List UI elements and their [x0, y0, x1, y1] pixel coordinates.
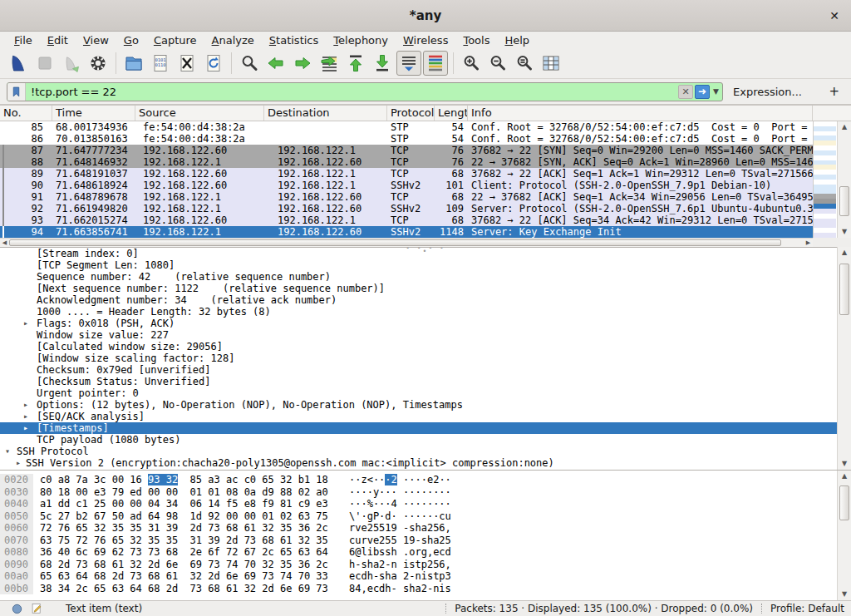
save-file-button[interactable]: 01010110	[148, 51, 173, 76]
hex-ascii[interactable]: ···%···4 ········	[349, 498, 451, 510]
hex-row-0080[interactable]: 008036 40 6c 69 62 73 73 68 2e 6f 72 67 …	[0, 546, 851, 559]
collapsed-icon[interactable]: ▸	[23, 422, 28, 434]
packet-row-86[interactable]: 8670.013850163fe:54:00:d4:38:2aSTP54Conf…	[0, 133, 813, 145]
hex-row-0050[interactable]: 00505c 27 b2 67 50 ad 64 98 1d 92 00 00 …	[0, 510, 851, 523]
restart-capture-button[interactable]	[59, 51, 84, 76]
column-header-info[interactable]: Info	[468, 106, 813, 121]
capture-options-button[interactable]	[86, 51, 111, 76]
scroll-down-icon[interactable]: ▼	[838, 589, 851, 600]
detail-line[interactable]: [Window size scaling factor: 128]	[0, 352, 837, 364]
column-header-source[interactable]: Source	[135, 106, 264, 121]
hex-ascii[interactable]: 6@libssh .org,ecd	[349, 546, 451, 559]
hex-ascii[interactable]: 84,ecdh- sha2-nis	[349, 583, 451, 595]
bytes-vscrollbar[interactable]: ▲ ▼	[837, 471, 851, 600]
detail-line[interactable]: Acknowledgment number: 34 (relative ack …	[0, 294, 837, 306]
packet-row-93[interactable]: 9371.662015274192.168.122.60192.168.122.…	[0, 214, 813, 226]
packet-row-85[interactable]: 8568.001734936fe:54:00:d4:38:2aSTP54Conf…	[0, 121, 813, 133]
collapsed-icon[interactable]: ▸	[16, 457, 21, 469]
detail-line[interactable]: [Calculated window size: 29056]	[0, 341, 837, 352]
hex-row-0070[interactable]: 007063 75 72 76 65 32 35 35 31 39 2d 73 …	[0, 535, 851, 547]
packet-list-hscrollbar[interactable]: ◀ ▶	[0, 238, 813, 247]
hex-bytes[interactable]: 80 18 00 e3 79 ed 00 00 01 01 08 0a d9 8…	[40, 486, 328, 499]
menu-file[interactable]: File	[7, 33, 40, 47]
auto-scroll-button[interactable]	[396, 51, 421, 76]
close-window-icon[interactable]: ✕	[826, 7, 843, 24]
packet-row-87[interactable]: 8771.647777234192.168.122.60192.168.122.…	[0, 145, 813, 156]
hex-bytes[interactable]: 36 40 6c 69 62 73 73 68 2e 6f 72 67 2c 6…	[40, 546, 328, 559]
detail-line[interactable]: ▸SSH Version 2 (encryption:chacha20-poly…	[0, 457, 837, 469]
reload-file-button[interactable]	[201, 51, 226, 76]
open-file-button[interactable]	[121, 51, 146, 76]
hex-bytes[interactable]: 65 63 64 68 2d 73 68 61 32 2d 6e 69 73 7…	[40, 570, 328, 583]
scroll-thumb[interactable]	[839, 485, 849, 520]
go-to-bottom-button[interactable]	[370, 51, 395, 76]
scroll-up-icon[interactable]: ▲	[838, 121, 851, 133]
packet-row-90[interactable]: 9071.648618924192.168.122.60192.168.122.…	[0, 180, 813, 191]
scroll-thumb[interactable]	[839, 186, 849, 216]
hex-bytes[interactable]: c0 a8 7a 3c 00 16 93 32 85 a3 ac c0 65 3…	[40, 474, 328, 486]
column-header-length[interactable]: Length	[435, 106, 468, 121]
scroll-down-icon[interactable]: ▼	[838, 226, 851, 238]
detail-line[interactable]: [TCP Segment Len: 1080]	[0, 259, 837, 271]
detail-line[interactable]: [Next sequence number: 1122 (relative se…	[0, 283, 837, 294]
start-capture-button[interactable]	[6, 51, 31, 76]
hex-bytes[interactable]: 68 2d 73 68 61 32 2d 6e 69 73 74 70 32 3…	[40, 559, 328, 571]
display-filter-input[interactable]	[26, 86, 678, 98]
menu-tools[interactable]: Tools	[455, 33, 497, 47]
stop-capture-button[interactable]	[32, 51, 57, 76]
hex-ascii[interactable]: ecdh-sha 2-nistp3	[349, 570, 451, 583]
find-packet-button[interactable]	[237, 51, 262, 76]
hex-row-0090[interactable]: 009068 2d 73 68 61 32 2d 6e 69 73 74 70 …	[0, 559, 851, 571]
expression-button[interactable]: Expression...	[733, 86, 802, 98]
zoom-out-button[interactable]	[485, 51, 510, 76]
scroll-down-icon[interactable]: ▼	[838, 458, 851, 470]
scroll-right-icon[interactable]: ▶	[804, 239, 813, 247]
column-header-no[interactable]: No.	[0, 106, 52, 121]
title-bar[interactable]: *any ✕	[0, 0, 851, 32]
hex-bytes[interactable]: 38 34 2c 65 63 64 68 2d 73 68 61 32 2d 6…	[40, 583, 328, 595]
hex-ascii[interactable]: \'·gP·d· ······cu	[349, 510, 451, 523]
zoom-100-button[interactable]	[512, 51, 537, 76]
detail-line[interactable]: [Checksum Status: Unverified]	[0, 376, 837, 387]
column-header-destination[interactable]: Destination	[264, 106, 387, 121]
detail-line[interactable]: Sequence number: 42 (relative sequence n…	[0, 271, 837, 283]
display-filter-field[interactable]: ✕ ➜ ▼	[7, 82, 723, 101]
menu-help[interactable]: Help	[497, 33, 537, 47]
detail-line[interactable]: [Stream index: 0]	[0, 248, 837, 259]
detail-line[interactable]: ▸Options: (12 bytes), No-Operation (NOP)…	[0, 399, 837, 411]
scroll-thumb[interactable]	[839, 264, 849, 315]
detail-line[interactable]: ▸[Timestamps]	[0, 422, 837, 434]
scroll-thumb[interactable]	[9, 239, 781, 246]
resize-columns-button[interactable]	[539, 51, 563, 76]
menu-wireless[interactable]: Wireless	[396, 33, 455, 47]
zoom-in-button[interactable]	[459, 51, 484, 76]
scroll-left-icon[interactable]: ◀	[0, 239, 9, 247]
collapsed-icon[interactable]: ▸	[23, 399, 28, 411]
packet-row-92[interactable]: 9271.661949820192.168.122.1192.168.122.6…	[0, 203, 813, 214]
hex-ascii[interactable]: h-sha2-n istp256,	[349, 559, 451, 571]
hex-ascii[interactable]: ····y··· ········	[349, 486, 451, 499]
filter-bookmark-icon[interactable]	[7, 83, 26, 101]
detail-line[interactable]: ▾SSH Protocol	[0, 446, 837, 457]
expanded-icon[interactable]: ▾	[5, 446, 10, 457]
hex-row-00b0[interactable]: 00b038 34 2c 65 63 64 68 2d 73 68 61 32 …	[0, 583, 851, 595]
menu-edit[interactable]: Edit	[40, 33, 76, 47]
scroll-up-icon[interactable]: ▲	[838, 247, 851, 259]
details-vscrollbar[interactable]: ▲ ▼	[837, 247, 851, 470]
hex-bytes[interactable]: 63 75 72 76 65 32 35 35 31 39 2d 73 68 6…	[40, 535, 328, 547]
colorize-button[interactable]	[423, 51, 448, 76]
hex-row-00a0[interactable]: 00a065 63 64 68 2d 73 68 61 32 2d 6e 69 …	[0, 570, 851, 583]
packet-list-minimap[interactable]	[813, 121, 836, 238]
hex-row-0020[interactable]: 0020c0 a8 7a 3c 00 16 93 32 85 a3 ac c0 …	[0, 474, 851, 486]
packet-list-vscrollbar[interactable]: ▲ ▼	[837, 121, 851, 238]
collapsed-icon[interactable]: ▸	[23, 411, 28, 422]
go-forward-button[interactable]	[290, 51, 315, 76]
go-to-top-button[interactable]	[343, 51, 368, 76]
column-header-protocol[interactable]: Protocol	[387, 106, 435, 121]
close-file-button[interactable]	[175, 51, 199, 76]
packet-row-88[interactable]: 8871.648146932192.168.122.1192.168.122.6…	[0, 156, 813, 168]
detail-line[interactable]: Urgent pointer: 0	[0, 387, 837, 399]
menu-analyze[interactable]: Analyze	[204, 33, 262, 47]
menu-capture[interactable]: Capture	[146, 33, 204, 47]
menu-telephony[interactable]: Telephony	[326, 33, 396, 47]
